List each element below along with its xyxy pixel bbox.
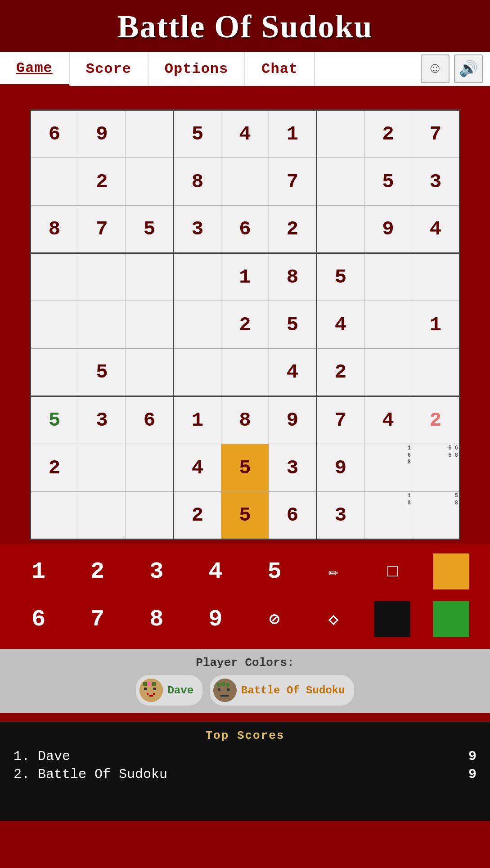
pad-2[interactable]: 2 [71,549,125,594]
cell-2-5[interactable]: 2 [269,206,317,253]
cell-6-3[interactable]: 1 [174,396,221,444]
cell-4-1[interactable] [78,301,126,349]
cell-8-8[interactable]: 58 [412,492,460,540]
erase-button[interactable]: ⊘ [247,597,301,642]
cell-4-3[interactable] [174,301,221,349]
cell-3-0[interactable] [31,253,78,301]
cell-6-2[interactable]: 6 [126,396,174,444]
cell-0-7[interactable]: 2 [364,110,412,158]
cell-7-2[interactable] [126,444,174,492]
cell-0-2[interactable] [126,110,174,158]
cell-2-3[interactable]: 3 [174,206,221,253]
cell-3-8[interactable] [412,253,460,301]
pad-8[interactable]: 8 [130,597,184,642]
cell-5-4[interactable] [221,349,269,396]
cell-8-0[interactable] [31,492,78,540]
cell-4-7[interactable] [364,301,412,349]
cell-2-1[interactable]: 7 [78,206,126,253]
cell-1-7[interactable]: 5 [364,158,412,206]
cell-1-1[interactable]: 2 [78,158,126,206]
cell-8-5[interactable]: 6 [269,492,317,540]
cell-7-0[interactable]: 2 [31,444,78,492]
emoji-button[interactable]: ☺ [421,54,450,83]
cell-1-6[interactable] [317,158,364,206]
cell-0-3[interactable]: 5 [174,110,221,158]
cell-5-2[interactable] [126,349,174,396]
cell-3-4[interactable]: 1 [221,253,269,301]
sound-button[interactable]: 🔊 [454,54,483,83]
cell-3-6[interactable]: 5 [317,253,364,301]
tab-chat[interactable]: Chat [245,52,315,86]
cell-4-0[interactable] [31,301,78,349]
cell-1-2[interactable] [126,158,174,206]
cell-5-1[interactable]: 5 [78,349,126,396]
cell-1-0[interactable] [31,158,78,206]
tab-options[interactable]: Options [148,52,245,86]
cell-8-7[interactable]: 18 [364,492,412,540]
cell-7-1[interactable] [78,444,126,492]
green-swatch-button[interactable] [424,597,478,642]
cell-6-4[interactable]: 8 [221,396,269,444]
cell-2-7[interactable]: 9 [364,206,412,253]
cell-8-3[interactable]: 2 [174,492,221,540]
tab-score[interactable]: Score [70,52,148,86]
cell-5-8[interactable] [412,349,460,396]
cell-0-1[interactable]: 9 [78,110,126,158]
cell-8-1[interactable] [78,492,126,540]
cell-7-7[interactable]: 1 68 [364,444,412,492]
cell-1-5[interactable]: 7 [269,158,317,206]
cell-7-6[interactable]: 9 [317,444,364,492]
cell-6-6[interactable]: 7 [317,396,364,444]
cell-3-2[interactable] [126,253,174,301]
black-swatch-button[interactable] [365,597,419,642]
pad-4[interactable]: 4 [189,549,243,594]
cell-6-5[interactable]: 9 [269,396,317,444]
cell-2-8[interactable]: 4 [412,206,460,253]
cell-5-0[interactable] [31,349,78,396]
cell-0-5[interactable]: 1 [269,110,317,158]
cell-4-6[interactable]: 4 [317,301,364,349]
cell-5-7[interactable] [364,349,412,396]
cell-6-7[interactable]: 4 [364,396,412,444]
cell-1-4[interactable] [221,158,269,206]
pad-7[interactable]: 7 [71,597,125,642]
cell-0-6[interactable] [317,110,364,158]
cell-2-6[interactable] [317,206,364,253]
cell-1-3[interactable]: 8 [174,158,221,206]
cell-4-5[interactable]: 5 [269,301,317,349]
cell-4-8[interactable]: 1 [412,301,460,349]
cell-8-6[interactable]: 3 [317,492,364,540]
cell-2-2[interactable]: 5 [126,206,174,253]
square-button[interactable]: □ [365,549,419,594]
cell-6-1[interactable]: 3 [78,396,126,444]
cell-5-3[interactable] [174,349,221,396]
fill-button[interactable]: ◇ [306,597,360,642]
pad-6[interactable]: 6 [12,597,66,642]
pencil-button[interactable]: ✏ [306,549,360,594]
cell-3-1[interactable] [78,253,126,301]
cell-8-4[interactable]: 5 [221,492,269,540]
cell-0-0[interactable]: 6 [31,110,78,158]
cell-2-4[interactable]: 6 [221,206,269,253]
cell-5-6[interactable]: 2 [317,349,364,396]
cell-0-4[interactable]: 4 [221,110,269,158]
cell-3-7[interactable] [364,253,412,301]
cell-7-8[interactable]: 5 65 8 [412,444,460,492]
cell-4-2[interactable] [126,301,174,349]
cell-7-5[interactable]: 3 [269,444,317,492]
pad-3[interactable]: 3 [130,549,184,594]
cell-2-0[interactable]: 8 [31,206,78,253]
cell-3-3[interactable] [174,253,221,301]
pad-1[interactable]: 1 [12,549,66,594]
cell-6-8[interactable]: 2 [412,396,460,444]
cell-8-2[interactable] [126,492,174,540]
pad-5[interactable]: 5 [247,549,301,594]
cell-5-5[interactable]: 4 [269,349,317,396]
cell-3-5[interactable]: 8 [269,253,317,301]
orange-swatch-button[interactable] [424,549,478,594]
cell-7-3[interactable]: 4 [174,444,221,492]
cell-4-4[interactable]: 2 [221,301,269,349]
cell-1-8[interactable]: 3 [412,158,460,206]
cell-0-8[interactable]: 7 [412,110,460,158]
cell-6-0[interactable]: 5 [31,396,78,444]
